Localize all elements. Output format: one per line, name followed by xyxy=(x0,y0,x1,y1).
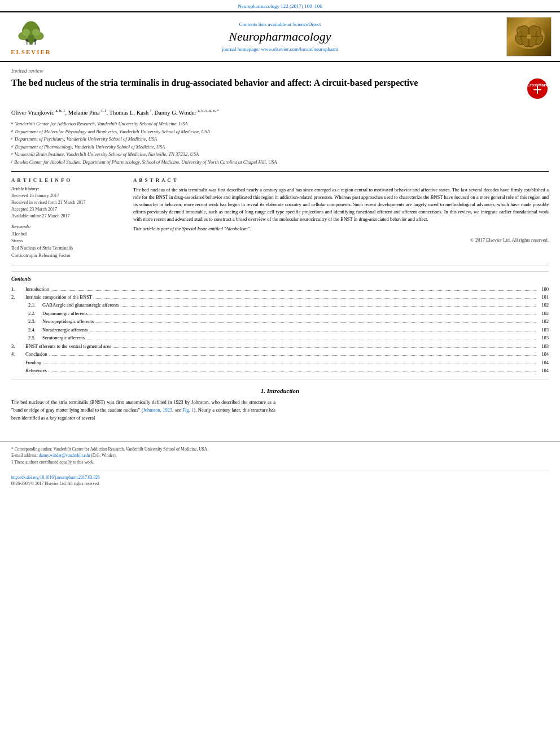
brain-icon xyxy=(509,20,549,54)
elsevier-tree-icon xyxy=(14,18,48,46)
elsevier-logo-area: ELSEVIER xyxy=(6,17,56,56)
contents-section: Contents 1. Introduction 100 2. Intrinsi… xyxy=(11,271,549,380)
journal-reference: Neuropharmacology 122 (2017) 100–106 xyxy=(0,0,560,11)
elsevier-brand-text: ELSEVIER xyxy=(11,49,51,55)
toc-item-2-3: 2.3. Neuropeptidergic afferents 102 xyxy=(11,317,549,325)
article-info-title: A R T I C L E I N F O xyxy=(11,177,124,183)
fig1-link[interactable]: Fig. 1 xyxy=(182,407,194,413)
affiliations: a Vanderbilt Center for Addiction Resear… xyxy=(11,120,549,167)
sciencedirect-link[interactable]: Contents lists available at ScienceDirec… xyxy=(239,21,321,27)
journal-cover-image xyxy=(504,17,554,56)
svg-point-7 xyxy=(26,39,28,41)
authors-line: Oliver Vranjkovic a, b, 1, Melanie Pina … xyxy=(11,108,549,117)
journal-header-center: Contents lists available at ScienceDirec… xyxy=(62,17,498,56)
intro-text: The bed nucleus of the stria terminalis … xyxy=(11,399,275,422)
toc-item-funding: Funding 104 xyxy=(11,359,549,366)
svg-point-5 xyxy=(22,29,30,36)
introduction-body: The bed nucleus of the stria terminalis … xyxy=(11,399,549,424)
article-title-text: The bed nucleus of the stria terminalis … xyxy=(11,77,526,89)
toc-item-2-2: 2.2. Dopaminergic afferents 102 xyxy=(11,309,549,317)
toc-item-2-5: 2.5. Serotonergic afferents 103 xyxy=(11,334,549,342)
toc-item-2-4: 2.4. Noradrenergic afferents 103 xyxy=(11,326,549,334)
author-sup-4: a, b, c, d, e, * xyxy=(198,108,218,113)
keywords-label: Keywords: xyxy=(11,224,124,229)
introduction-title: 1. Introduction xyxy=(11,387,549,394)
journal-header: ELSEVIER Contents lists available at Sci… xyxy=(0,11,560,62)
article-type: Invited review xyxy=(11,68,549,74)
copyright-notice: © 2017 Elsevier Ltd. All rights reserved… xyxy=(133,237,549,244)
corresponding-note: * Corresponding author. Vanderbilt Cente… xyxy=(11,446,549,452)
abstract-text: The bed nucleus of the stria terminalis … xyxy=(133,186,549,244)
author-sup-3: f xyxy=(150,108,151,113)
crossmark-logo: CrossMark xyxy=(526,77,549,103)
affiliation-e: e Vanderbilt Brain Institute, Vanderbilt… xyxy=(11,151,549,159)
received-revised: Received in revised form 21 March 2017 xyxy=(11,199,124,206)
introduction-section: 1. Introduction The bed nucleus of the s… xyxy=(11,387,549,424)
crossmark-icon: CrossMark xyxy=(526,77,549,100)
page: Neuropharmacology 122 (2017) 100–106 xyxy=(0,0,560,747)
affiliation-b: b Department of Molecular Physiology and… xyxy=(11,128,549,136)
inline-citation-link[interactable]: Johnston, 1923 xyxy=(143,407,173,413)
article-content: Invited review The bed nucleus of the st… xyxy=(0,62,560,430)
elsevier-logo: ELSEVIER xyxy=(11,18,51,55)
keyword-1: Alcohol xyxy=(11,230,124,238)
intro-col-left: The bed nucleus of the stria terminalis … xyxy=(11,399,275,424)
journal-homepage[interactable]: journal homepage: www.elsevier.com/locat… xyxy=(222,46,338,52)
intro-col-right xyxy=(285,399,549,424)
footer-divider xyxy=(11,470,549,470)
toc-item-4: 4. Conclusion 104 xyxy=(11,350,549,358)
equal-contribution-note: 1 These authors contributed equally to t… xyxy=(11,459,549,465)
toc-item-2: 2. Intrinsic composition of the BNST 101 xyxy=(11,293,549,301)
author-sup-2: f, 1 xyxy=(101,108,106,113)
keyword-4: Corticotropin Releasing Factor xyxy=(11,252,124,259)
accepted-date: Accepted 23 March 2017 xyxy=(11,206,124,213)
toc-item-1: 1. Introduction 100 xyxy=(11,285,549,293)
affiliation-c: c Department of Psychiatry, Vanderbilt U… xyxy=(11,136,549,143)
email-link[interactable]: danny.winder@vanderbilt.edu xyxy=(39,453,90,458)
article-info-abstract: A R T I C L E I N F O Article history: R… xyxy=(11,171,549,265)
abstract-special-issue: This article is part of the Special Issu… xyxy=(133,225,549,233)
keyword-3: Bed Nucleus of Stria Terminalis xyxy=(11,244,124,252)
contents-title: Contents xyxy=(11,276,549,282)
article-info: A R T I C L E I N F O Article history: R… xyxy=(11,177,124,259)
article-title-area: The bed nucleus of the stria terminalis … xyxy=(11,77,549,103)
footer: * Corresponding author. Vanderbilt Cente… xyxy=(0,441,560,491)
abstract-title: A B S T R A C T xyxy=(133,177,549,183)
doi-link[interactable]: http://dx.doi.org/10.1016/j.neuropharm.2… xyxy=(11,475,549,480)
author-sup-1: a, b, 1 xyxy=(56,108,65,113)
journal-ref-text: Neuropharmacology 122 (2017) 100–106 xyxy=(238,3,322,9)
toc-item-3: 3. BNST efferents to the ventral tegment… xyxy=(11,342,549,350)
intro-paragraph: The bed nucleus of the stria terminalis … xyxy=(11,399,275,422)
keywords-section: Keywords: Alcohol Stress Bed Nucleus of … xyxy=(11,224,124,259)
affiliation-f: f Bowles Center for Alcohol Studies, Dep… xyxy=(11,159,549,167)
cover-image-placeholder xyxy=(506,17,552,56)
affiliation-a: a Vanderbilt Center for Addiction Resear… xyxy=(11,120,549,128)
affiliation-d: d Department of Pharmacology, Vanderbilt… xyxy=(11,143,549,151)
svg-point-6 xyxy=(32,29,41,36)
available-date: Available online 27 March 2017 xyxy=(11,213,124,220)
issn-copyright: 0028-3908/© 2017 Elsevier Ltd. All right… xyxy=(11,481,549,486)
abstract-paragraph-1: The bed nucleus of the stria terminalis … xyxy=(133,186,549,224)
article-history: Article history: Received 16 January 201… xyxy=(11,186,124,220)
toc-item-references: References 104 xyxy=(11,366,549,374)
received-date: Received 16 January 2017 xyxy=(11,193,124,199)
abstract-section: A B S T R A C T The bed nucleus of the s… xyxy=(133,177,549,259)
toc-item-2-1: 2.1. GABAergic and glutamatergic afferen… xyxy=(11,301,549,309)
journal-title: Neuropharmacology xyxy=(229,29,331,44)
email-note: E-mail address: danny.winder@vanderbilt.… xyxy=(11,452,549,458)
history-label: Article history: xyxy=(11,186,124,191)
svg-point-12 xyxy=(527,34,531,39)
keyword-2: Stress xyxy=(11,237,124,244)
svg-point-8 xyxy=(34,39,36,41)
